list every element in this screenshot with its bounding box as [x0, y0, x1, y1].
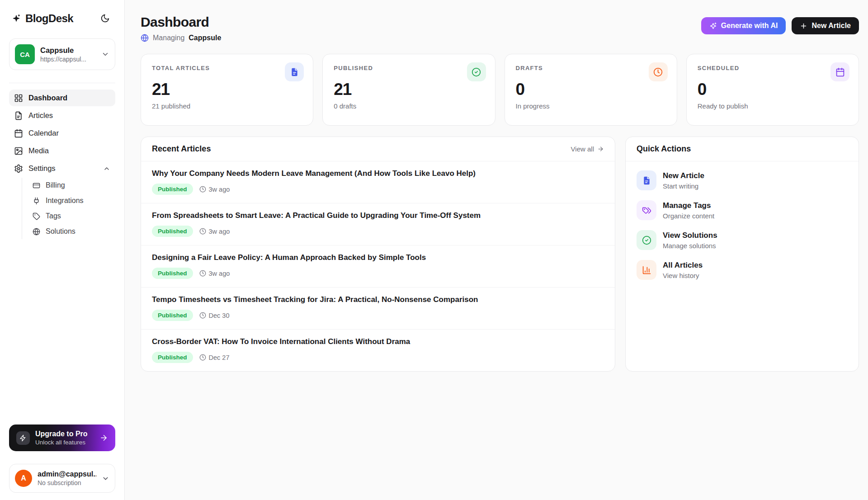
- app-title: BlogDesk: [25, 12, 73, 25]
- check-circle-icon: [467, 62, 486, 81]
- quick-action-text: New Article Start writing: [663, 171, 704, 190]
- article-title: Why Your Company Needs Modern Leave Mana…: [152, 169, 604, 178]
- sidebar-item-billing[interactable]: Billing: [29, 178, 115, 193]
- upgrade-subtitle: Unlock all features: [35, 439, 88, 446]
- workspace-avatar: CA: [15, 44, 35, 64]
- article-time: 3w ago: [199, 270, 230, 277]
- quick-action-title: Manage Tags: [663, 201, 714, 210]
- recent-articles-header: Recent Articles View all: [141, 137, 615, 161]
- file-text-icon: [285, 62, 304, 81]
- recent-articles-title: Recent Articles: [152, 144, 211, 154]
- dark-mode-toggle[interactable]: [98, 11, 113, 26]
- sidebar-item-media[interactable]: Media: [9, 142, 115, 159]
- generate-with-ai-label: Generate with AI: [721, 22, 778, 30]
- chevron-down-icon: [102, 475, 109, 482]
- quick-action-manage-tags[interactable]: Manage Tags Organize content: [637, 200, 848, 220]
- quick-action-title: View Solutions: [663, 231, 717, 240]
- lightning-icon: [16, 431, 30, 445]
- sidebar-item-solutions[interactable]: Solutions: [29, 224, 115, 239]
- status-badge: Published: [152, 310, 193, 321]
- stat-subtitle: In progress: [516, 102, 666, 110]
- sidebar-item-calendar[interactable]: Calendar: [9, 125, 115, 142]
- quick-action-title: New Article: [663, 171, 704, 180]
- quick-actions-panel: Quick Actions New Article Start writing: [625, 137, 859, 372]
- article-meta: Published 3w ago: [152, 184, 604, 195]
- gear-icon: [14, 164, 23, 173]
- new-article-button[interactable]: New Article: [792, 17, 859, 34]
- status-badge: Published: [152, 268, 193, 279]
- quick-action-all-articles[interactable]: All Articles View history: [637, 260, 848, 280]
- file-text-icon: [637, 170, 656, 190]
- account-avatar: A: [15, 470, 32, 487]
- quick-action-new-article[interactable]: New Article Start writing: [637, 170, 848, 190]
- sidebar-item-label: Solutions: [46, 227, 75, 236]
- stats-row: TOTAL ARTICLES 21 21 published PUBLISHED…: [141, 54, 859, 126]
- stat-card-drafts: DRAFTS 0 In progress: [505, 54, 677, 126]
- sidebar-nav: Dashboard Articles Calendar: [9, 90, 115, 425]
- article-time-label: Dec 30: [209, 312, 230, 319]
- main-content: Dashboard Managing Cappsule: [125, 0, 868, 500]
- stat-label: DRAFTS: [516, 65, 666, 71]
- generate-with-ai-button[interactable]: Generate with AI: [701, 17, 786, 34]
- plus-icon: [800, 22, 807, 30]
- sidebar-item-settings[interactable]: Settings: [9, 160, 115, 177]
- article-row[interactable]: Designing a Fair Leave Policy: A Human A…: [141, 245, 615, 288]
- clock-icon: [199, 186, 206, 193]
- sparkles-logo-icon: [12, 14, 21, 23]
- sidebar-item-label: Integrations: [46, 197, 84, 205]
- logo-row: BlogDesk: [9, 11, 115, 26]
- article-time-label: 3w ago: [209, 228, 230, 235]
- sidebar-top-section: BlogDesk CA Cappsule https://cappsul...: [9, 11, 115, 83]
- clock-icon: [199, 354, 206, 361]
- sidebar-item-integrations[interactable]: Integrations: [29, 193, 115, 208]
- clock-icon: [199, 228, 206, 235]
- account-menu[interactable]: A admin@cappsul... No subscription: [9, 464, 115, 493]
- bar-chart-icon: [637, 260, 656, 280]
- article-row[interactable]: From Spreadsheets to Smart Leave: A Prac…: [141, 203, 615, 245]
- tags-icon: [637, 200, 656, 220]
- article-title: Tempo Timesheets vs Timesheet Tracking f…: [152, 295, 604, 304]
- stat-value: 21: [334, 80, 484, 99]
- sidebar-item-label: Tags: [46, 212, 61, 220]
- new-article-label: New Article: [811, 22, 851, 30]
- globe-icon: [33, 228, 40, 236]
- quick-action-subtitle: Organize content: [663, 212, 714, 220]
- arrow-right-icon: [99, 434, 108, 442]
- account-email: admin@cappsul...: [38, 470, 96, 478]
- content-row: Recent Articles View all Why Your Compan…: [141, 137, 859, 372]
- workspace-name: Cappsule: [40, 46, 96, 55]
- calendar-icon: [14, 129, 23, 138]
- article-time: 3w ago: [199, 228, 230, 235]
- managing-label: Managing: [153, 34, 184, 42]
- sparkles-icon: [709, 22, 717, 30]
- upgrade-to-pro-banner[interactable]: Upgrade to Pro Unlock all features: [9, 425, 115, 451]
- sidebar-item-tags[interactable]: Tags: [29, 208, 115, 224]
- article-meta: Published Dec 27: [152, 352, 604, 363]
- quick-action-view-solutions[interactable]: View Solutions Manage solutions: [637, 230, 848, 250]
- article-time: 3w ago: [199, 186, 230, 193]
- quick-action-text: All Articles View history: [663, 261, 703, 279]
- view-all-label: View all: [571, 145, 594, 153]
- article-row[interactable]: Tempo Timesheets vs Timesheet Tracking f…: [141, 288, 615, 330]
- stat-subtitle: Ready to publish: [698, 102, 848, 110]
- sidebar-item-articles[interactable]: Articles: [9, 107, 115, 124]
- stat-subtitle: 21 published: [152, 102, 302, 110]
- stat-value: 0: [698, 80, 848, 99]
- stat-card-scheduled: SCHEDULED 0 Ready to publish: [686, 54, 859, 126]
- settings-subnav: Billing Integrations Tag: [22, 178, 115, 239]
- quick-actions-header: Quick Actions: [626, 137, 859, 161]
- article-row[interactable]: Why Your Company Needs Modern Leave Mana…: [141, 161, 615, 203]
- article-title: From Spreadsheets to Smart Leave: A Prac…: [152, 211, 604, 220]
- view-all-link[interactable]: View all: [571, 145, 604, 153]
- sidebar-item-dashboard[interactable]: Dashboard: [9, 90, 115, 106]
- sidebar: BlogDesk CA Cappsule https://cappsul...: [0, 0, 125, 500]
- upgrade-title: Upgrade to Pro: [35, 430, 88, 438]
- workspace-selector[interactable]: CA Cappsule https://cappsul...: [9, 38, 115, 70]
- article-row[interactable]: Cross-Border VAT: How To Invoice Interna…: [141, 330, 615, 371]
- status-badge: Published: [152, 352, 193, 363]
- quick-action-subtitle: Manage solutions: [663, 242, 717, 250]
- stat-value: 0: [516, 80, 666, 99]
- page-title: Dashboard: [141, 14, 221, 30]
- article-meta: Published 3w ago: [152, 226, 604, 237]
- sidebar-item-label: Settings: [28, 164, 56, 173]
